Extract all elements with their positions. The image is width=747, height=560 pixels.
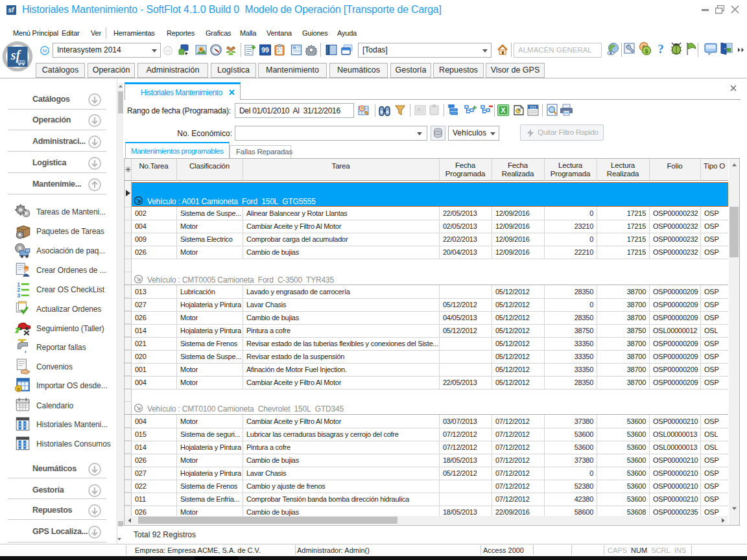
svg-text:99: 99 [261, 46, 269, 54]
svg-text:3: 3 [17, 292, 20, 298]
svg-text:0: 0 [17, 386, 19, 392]
svg-text:M: M [166, 48, 171, 54]
svg-text:M: M [43, 48, 47, 54]
svg-text:TXT: TXT [530, 106, 536, 110]
svg-text:$: $ [645, 48, 648, 54]
svg-text:?: ? [658, 43, 664, 56]
svg-text:X: X [501, 106, 506, 114]
